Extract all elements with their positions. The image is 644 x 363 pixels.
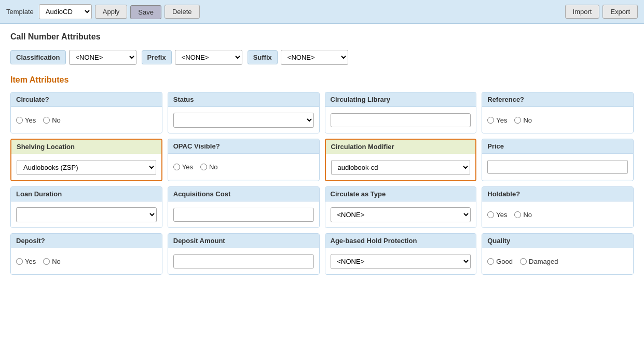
prefix-label: Prefix <box>142 50 172 64</box>
select-circulation-modifier[interactable]: audiobook-cd <box>331 160 471 175</box>
radio-label-circulate-yes[interactable]: Yes <box>16 116 36 124</box>
radio-option-text-quality-damaged: Damaged <box>529 258 558 265</box>
radio-label-circulate-no[interactable]: No <box>43 116 61 124</box>
input-acquisitions-cost[interactable] <box>173 208 314 222</box>
radio-label-holdable-no[interactable]: No <box>514 211 532 219</box>
call-number-section: Call Number Attributes Classification <N… <box>10 32 634 65</box>
attr-card-header-opac-visible: OPAC Visible? <box>168 139 319 154</box>
attr-card-header-circulate-as-type: Circulate as Type <box>325 187 476 201</box>
attr-card-body-deposit-amount <box>168 248 319 274</box>
radio-label-opac-visible-yes[interactable]: Yes <box>173 163 193 171</box>
attr-card-loan-duration: Loan Duration <box>10 186 162 228</box>
radio-label-deposit-yes[interactable]: Yes <box>16 258 36 265</box>
radio-input-reference-no[interactable] <box>514 117 521 124</box>
attr-card-age-based-hold: Age-based Hold Protection<NONE> <box>325 233 477 275</box>
attr-card-header-price: Price <box>482 139 633 154</box>
export-button[interactable]: Export <box>602 5 638 19</box>
select-shelving-location[interactable]: Audiobooks (ZSP) <box>17 160 156 175</box>
radio-label-reference-no[interactable]: No <box>514 116 532 124</box>
template-select[interactable]: AudioCD <box>39 5 91 19</box>
prefix-select[interactable]: <NONE> <box>175 50 242 65</box>
item-attributes-grid: Circulate?YesNoStatusCirculating Library… <box>10 92 634 275</box>
attr-card-reference: Reference?YesNo <box>482 92 634 133</box>
attr-card-body-holdable: YesNo <box>482 201 633 227</box>
radio-input-holdable-yes[interactable] <box>487 211 494 218</box>
input-circulating-library[interactable] <box>331 113 471 127</box>
radio-option-text-reference-no: No <box>523 116 532 124</box>
radio-option-text-circulate-no: No <box>52 116 61 124</box>
attr-card-body-loan-duration <box>11 201 162 227</box>
radio-label-holdable-yes[interactable]: Yes <box>487 211 507 219</box>
page-content: Call Number Attributes Classification <N… <box>0 24 644 293</box>
attr-card-body-opac-visible: YesNo <box>168 154 319 180</box>
radio-label-reference-yes[interactable]: Yes <box>487 116 507 124</box>
radio-input-quality-good[interactable] <box>487 258 494 265</box>
radio-option-text-opac-visible-yes: Yes <box>182 163 193 171</box>
radio-option-text-deposit-yes: Yes <box>25 258 36 265</box>
suffix-select[interactable]: <NONE> <box>281 50 348 65</box>
radio-input-deposit-yes[interactable] <box>16 258 23 265</box>
attr-card-circulating-library: Circulating Library <box>325 92 477 133</box>
radio-option-text-circulate-yes: Yes <box>25 116 36 124</box>
input-price[interactable] <box>487 160 628 174</box>
item-attributes-title: Item Attributes <box>10 75 634 85</box>
attr-card-body-quality: GoodDamaged <box>482 248 633 274</box>
attr-card-body-age-based-hold: <NONE> <box>325 248 476 274</box>
select-age-based-hold[interactable]: <NONE> <box>331 254 471 269</box>
attr-card-body-status <box>168 107 319 133</box>
attr-card-acquisitions-cost: Acquisitions Cost <box>168 186 320 228</box>
save-button[interactable]: Save <box>130 5 161 19</box>
radio-option-text-opac-visible-no: No <box>209 163 218 171</box>
select-loan-duration[interactable] <box>16 207 157 222</box>
toolbar: Template AudioCD Apply Save Delete Impor… <box>0 0 644 24</box>
template-label: Template <box>6 8 34 16</box>
attr-card-header-quality: Quality <box>482 234 633 248</box>
radio-input-holdable-no[interactable] <box>514 211 521 218</box>
attr-card-header-acquisitions-cost: Acquisitions Cost <box>168 187 319 201</box>
select-status[interactable] <box>173 113 314 128</box>
attr-card-header-status: Status <box>168 92 319 107</box>
template-select-wrapper: AudioCD <box>39 4 92 19</box>
attr-card-status: Status <box>168 92 320 133</box>
radio-input-circulate-no[interactable] <box>43 117 50 124</box>
radio-input-deposit-no[interactable] <box>43 258 50 265</box>
attr-card-header-shelving-location: Shelving Location <box>11 140 161 154</box>
radio-input-quality-damaged[interactable] <box>520 258 527 265</box>
classification-select[interactable]: <NONE> <box>69 50 136 65</box>
attr-card-header-circulation-modifier: Circulation Modifier <box>326 140 476 154</box>
attr-card-body-price <box>482 154 633 180</box>
classification-label: Classification <box>10 50 66 64</box>
toolbar-right: Import Export <box>565 5 638 19</box>
attr-card-body-circulate-as-type: <NONE> <box>325 201 476 227</box>
radio-input-opac-visible-no[interactable] <box>200 164 207 170</box>
select-circulate-as-type[interactable]: <NONE> <box>331 207 471 222</box>
attr-card-circulation-modifier: Circulation Modifieraudiobook-cd <box>325 139 477 181</box>
import-button[interactable]: Import <box>565 5 600 19</box>
radio-input-reference-yes[interactable] <box>487 117 494 124</box>
radio-label-quality-good[interactable]: Good <box>487 258 513 265</box>
apply-button[interactable]: Apply <box>95 5 128 19</box>
attr-card-body-circulation-modifier: audiobook-cd <box>326 154 476 180</box>
delete-button[interactable]: Delete <box>165 5 200 19</box>
attr-card-body-reference: YesNo <box>482 107 633 133</box>
radio-input-circulate-yes[interactable] <box>16 117 23 124</box>
input-deposit-amount[interactable] <box>173 254 314 268</box>
attr-card-deposit-amount: Deposit Amount <box>168 233 320 275</box>
prefix-group: Prefix <NONE> <box>142 50 242 65</box>
attr-card-header-deposit-amount: Deposit Amount <box>168 234 319 248</box>
attr-card-body-shelving-location: Audiobooks (ZSP) <box>11 154 161 180</box>
attr-card-price: Price <box>482 139 634 181</box>
attr-card-header-age-based-hold: Age-based Hold Protection <box>325 234 476 248</box>
attr-card-body-deposit: YesNo <box>11 248 162 274</box>
radio-label-deposit-no[interactable]: No <box>43 258 61 265</box>
radio-label-quality-damaged[interactable]: Damaged <box>520 258 558 265</box>
attr-card-shelving-location: Shelving LocationAudiobooks (ZSP) <box>10 139 162 181</box>
suffix-group: Suffix <NONE> <box>248 50 348 65</box>
suffix-label: Suffix <box>248 50 278 64</box>
attr-card-circulate-as-type: Circulate as Type<NONE> <box>325 186 477 228</box>
attr-card-body-circulating-library <box>325 107 476 133</box>
attr-card-body-circulate: YesNo <box>11 107 162 133</box>
radio-label-opac-visible-no[interactable]: No <box>200 163 218 171</box>
radio-input-opac-visible-yes[interactable] <box>173 164 180 170</box>
attr-card-quality: QualityGoodDamaged <box>482 233 634 275</box>
